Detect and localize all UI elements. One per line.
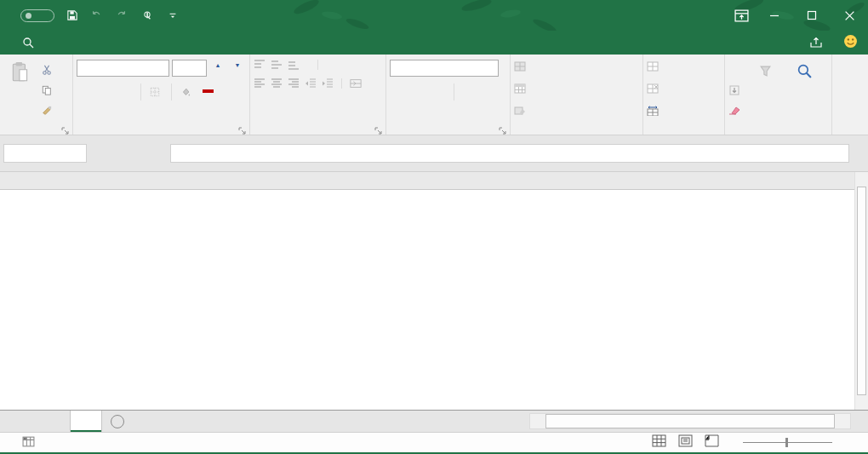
insert-cells-button[interactable]	[647, 58, 721, 76]
find-magnifier-icon	[797, 63, 813, 79]
delete-cells-button[interactable]	[647, 80, 721, 98]
cell-styles-button[interactable]	[514, 101, 639, 119]
next-sheet-icon[interactable]	[22, 411, 44, 432]
normal-view-button[interactable]	[652, 434, 666, 451]
number-format-combo[interactable]	[390, 60, 499, 77]
insert-function-button[interactable]	[145, 144, 167, 163]
page-break-preview-button[interactable]	[705, 434, 719, 451]
save-button[interactable]	[66, 10, 78, 20]
autosave-toggle[interactable]	[15, 9, 54, 22]
number-dialog-launcher[interactable]	[499, 124, 507, 132]
new-sheet-button[interactable]	[102, 411, 133, 432]
sheet-tab-common-hello[interactable]	[70, 411, 102, 432]
dialog-launcher-icon	[238, 127, 247, 135]
ribbon-group-alignment	[250, 55, 386, 135]
scroll-down-icon[interactable]	[855, 395, 868, 410]
separator	[140, 83, 141, 101]
underline-button[interactable]	[116, 83, 133, 101]
page-layout-view-button[interactable]	[678, 434, 693, 451]
autosum-button[interactable]	[728, 61, 744, 78]
spacer	[44, 411, 70, 432]
align-center-icon[interactable]	[271, 78, 283, 89]
undo-button[interactable]	[90, 10, 104, 20]
tell-me-search[interactable]	[22, 31, 41, 55]
align-middle-icon[interactable]	[271, 60, 283, 70]
cancel-entry-button[interactable]	[100, 144, 123, 163]
align-bottom-icon[interactable]	[288, 60, 300, 70]
macro-record-button[interactable]	[22, 435, 35, 451]
cut-button[interactable]	[41, 63, 53, 78]
grid-rows	[0, 190, 854, 410]
scroll-up-icon[interactable]	[855, 172, 868, 187]
share-button[interactable]	[809, 37, 828, 49]
customize-qat-button[interactable]	[167, 10, 179, 20]
ribbon-group-font: ▲ ▼	[73, 55, 250, 135]
copy-icon	[41, 85, 53, 95]
decrease-font-size-button[interactable]: ▼	[229, 60, 246, 77]
font-dialog-launcher[interactable]	[238, 124, 247, 132]
touch-mode-button[interactable]	[141, 10, 155, 20]
align-left-icon[interactable]	[254, 78, 266, 89]
increase-font-size-button[interactable]: ▲	[209, 60, 226, 77]
comma-style-button[interactable]	[431, 83, 448, 101]
format-painter-button[interactable]	[41, 104, 53, 119]
format-cells-button[interactable]	[647, 101, 721, 119]
redo-button[interactable]	[116, 10, 129, 20]
ribbon-group-editing	[725, 55, 832, 135]
filter-funnel-icon	[760, 66, 771, 77]
fill-color-button[interactable]	[177, 83, 194, 101]
separator	[454, 83, 454, 101]
maximize-icon	[807, 10, 817, 20]
dialog-launcher-icon	[499, 127, 507, 135]
conditional-formatting-button[interactable]	[514, 58, 639, 76]
align-top-icon[interactable]	[254, 60, 266, 70]
feedback-smiley-button[interactable]	[843, 34, 858, 52]
paste-icon	[11, 61, 30, 83]
find-select-button[interactable]	[786, 60, 822, 119]
fill-button[interactable]	[728, 82, 744, 99]
sort-filter-button[interactable]	[747, 60, 783, 119]
copy-button[interactable]	[41, 83, 53, 99]
bold-button[interactable]	[77, 83, 94, 101]
minimize-button[interactable]	[756, 0, 793, 31]
horizontal-scrollbar-thumb[interactable]	[545, 414, 835, 428]
name-box[interactable]	[3, 144, 87, 163]
vertical-scrollbar-thumb[interactable]	[857, 187, 866, 395]
font-size-combo[interactable]	[172, 60, 207, 77]
clear-button[interactable]	[728, 102, 744, 119]
alignment-dialog-launcher[interactable]	[374, 124, 383, 132]
formula-input[interactable]	[170, 144, 849, 163]
format-as-table-icon	[514, 83, 526, 94]
horizontal-scrollbar[interactable]	[529, 413, 851, 429]
font-name-combo[interactable]	[77, 60, 169, 77]
font-color-button[interactable]	[199, 83, 216, 101]
minimize-icon	[769, 10, 779, 20]
ribbon-display-options-button[interactable]	[727, 0, 756, 31]
align-right-icon[interactable]	[288, 78, 300, 89]
scroll-right-icon[interactable]	[837, 414, 850, 428]
share-icon	[809, 37, 823, 49]
borders-button[interactable]	[146, 83, 163, 101]
maximize-button[interactable]	[793, 0, 831, 31]
italic-button[interactable]	[96, 83, 113, 101]
scroll-left-icon[interactable]	[530, 414, 544, 428]
increase-indent-icon[interactable]	[322, 78, 334, 89]
previous-sheet-icon[interactable]	[0, 411, 22, 432]
percent-style-button[interactable]	[412, 83, 429, 101]
conditional-formatting-icon	[514, 61, 526, 72]
clipboard-dialog-launcher[interactable]	[61, 124, 70, 132]
customize-qat-icon	[167, 10, 179, 20]
close-button[interactable]	[831, 0, 868, 31]
decrease-indent-icon[interactable]	[305, 78, 317, 89]
accounting-format-button[interactable]	[390, 83, 407, 101]
paste-button[interactable]	[3, 60, 37, 119]
format-as-table-button[interactable]	[514, 80, 639, 98]
zoom-slider[interactable]	[743, 442, 832, 443]
vertical-scrollbar[interactable]	[854, 172, 868, 410]
worksheet-grid	[0, 172, 854, 410]
redo-icon	[116, 10, 128, 20]
zoom-slider-thumb[interactable]	[785, 438, 788, 447]
enter-entry-button[interactable]	[123, 144, 145, 163]
merge-center-icon[interactable]	[350, 78, 362, 89]
sheet-tab-bar	[0, 410, 868, 432]
